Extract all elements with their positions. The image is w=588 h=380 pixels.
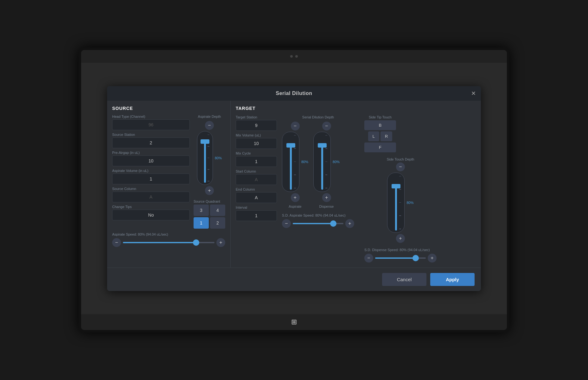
source-quadrant-label: Source Quadrant [194,200,225,203]
sd-dispense-fill [321,145,323,190]
tip-btn-B[interactable]: B [364,120,396,130]
marker-4 [208,169,209,170]
mix-volume-field: Mix Volume (uL) 10 [236,133,277,149]
sd-aspirate-plus-btn[interactable]: + [291,193,300,202]
sd-aspirate-speed-plus[interactable]: + [345,219,354,228]
mix-volume-value[interactable]: 10 [236,138,277,149]
end-column-value[interactable]: A [236,192,277,203]
marker-2 [208,146,209,147]
tablet: Serial Dilution ✕ SOURCE Head Type (Chan… [79,48,509,332]
aspirate-speed-section: Aspirate Speed: 80% (94.04 uL/sec) − + [112,232,225,247]
side-tip-touch-label: Side Tip Touch [369,115,392,119]
tip-lr-row: L R [368,131,393,141]
quadrant-btn-3[interactable]: 3 [194,205,209,216]
sd-aspirate-minus-btn[interactable]: − [291,122,300,130]
sd-aspirate-speed-minus[interactable]: − [282,219,291,228]
side-touch-minus-btn[interactable]: − [396,162,405,171]
tip-btn-L[interactable]: L [368,131,379,141]
sd-dispense-speed-fill [375,257,416,259]
aspirate-depth-slider-col: − [282,122,308,208]
sd-dispense-speed-row: − + [364,254,437,263]
quadrant-btn-2[interactable]: 2 [210,217,225,229]
pre-airgap-label: Pre-Airgap (in uL) [112,151,190,155]
dm1 [325,135,327,136]
tip-btn-R[interactable]: R [380,131,392,141]
aspirate-depth-minus-btn[interactable]: − [205,121,214,130]
track-markers [208,135,209,181]
quadrant-grid: 3 4 1 2 [194,205,225,229]
source-column-value: A [112,192,190,202]
camera-dot [290,55,293,58]
side-touch-plus-btn[interactable]: + [396,234,405,243]
interval-value[interactable]: 1 [236,210,277,221]
aspirate-speed-minus-btn[interactable]: − [112,238,121,247]
aspirate-volume-value[interactable]: 1 [112,174,190,184]
target-station-field: Target Station 9 [236,115,277,131]
dm3 [325,162,327,162]
aspirate-volume-field: Aspirate Volume (in uL) 1 [112,169,190,184]
marker-3 [208,158,209,158]
apply-button[interactable]: Apply [430,273,475,286]
source-station-value[interactable]: 2 [112,137,190,148]
aspirate-depth-plus-btn[interactable]: + [205,186,214,195]
source-column-field: Source Column A [112,187,190,202]
quadrant-btn-4[interactable]: 4 [210,205,225,216]
target-left-fields: Target Station 9 Mix Volume (uL) 10 Mix … [236,115,277,263]
side-touch-markers [399,176,401,229]
tip-btn-F[interactable]: F [364,142,396,152]
target-panel: TARGET Target Station 9 Mix Volume (uL) [231,101,481,268]
sd-aspirate-fill [290,145,292,190]
head-type-label: Head Type (Channel) [112,115,190,118]
dm5 [325,188,327,188]
cancel-button[interactable]: Cancel [382,273,426,286]
start-column-value: A [236,174,277,185]
dialog: Serial Dilution ✕ SOURCE Head Type (Chan… [107,86,481,291]
sd-aspirate-speed-thumb[interactable] [330,220,336,227]
aspirate-speed-plus-btn[interactable]: + [216,238,225,247]
sd-dispense-speed-minus[interactable]: − [364,254,373,263]
sd-aspirate-percent: 80% [301,160,308,164]
sd-dispense-minus-btn[interactable]: − [322,122,331,130]
aspirate-depth-col: Aspirate Depth − [194,115,225,229]
mix-cycle-field: Mix Cycle 1 [236,151,277,167]
aspirate-speed-label: Aspirate Speed: 80% (94.04 uL/sec) [112,232,225,236]
source-station-field: Source Station 2 [112,133,190,148]
stm4 [399,215,401,216]
windows-icon: ⊞ [291,318,297,326]
head-type-field: Head Type (Channel) 96 [112,115,190,130]
source-main: Head Type (Channel) 96 Source Station 2 … [112,115,225,229]
sd-dispense-speed-section: S.D. Dispense Speed: 80% (94.04 uL/sec) … [364,248,437,263]
mix-cycle-label: Mix Cycle [236,151,277,155]
sd-dispense-speed-thumb[interactable] [412,255,419,261]
sd-dispense-percent: 80% [333,160,340,164]
quadrant-btn-1[interactable]: 1 [194,217,209,229]
m2 [294,148,296,149]
m1 [294,135,296,136]
aspirate-label: Aspirate [289,205,301,208]
dialog-container: Serial Dilution ✕ SOURCE Head Type (Chan… [81,63,507,314]
aspirate-depth-fill [204,142,206,183]
marker-5 [208,181,209,181]
m5 [294,188,296,188]
aspirate-speed-thumb[interactable] [193,239,199,246]
pre-airgap-value[interactable]: 10 [112,155,190,166]
sd-dispense-markers [325,135,327,188]
change-tips-value[interactable]: No [112,210,190,220]
aspirate-speed-track [123,242,214,243]
head-type-value: 96 [112,119,190,130]
sd-dispense-speed-plus[interactable]: + [428,254,437,263]
target-station-value[interactable]: 9 [236,120,277,131]
stm5 [399,229,401,229]
mix-cycle-value[interactable]: 1 [236,156,277,167]
change-tips-label: Change Tips [112,205,190,209]
source-column-label: Source Column [112,187,190,191]
stm3 [399,202,401,203]
sd-dispense-plus-btn[interactable]: + [322,193,331,202]
interval-field: Interval 1 [236,206,277,221]
source-fields: Head Type (Channel) 96 Source Station 2 … [112,115,190,229]
side-touch-slider-wrapper: 80% [387,173,413,233]
close-button[interactable]: ✕ [471,91,476,96]
stm2 [399,189,401,190]
side-touch-depth-label: Side Touch Depth [387,157,414,161]
aspirate-depth-track [197,131,213,185]
